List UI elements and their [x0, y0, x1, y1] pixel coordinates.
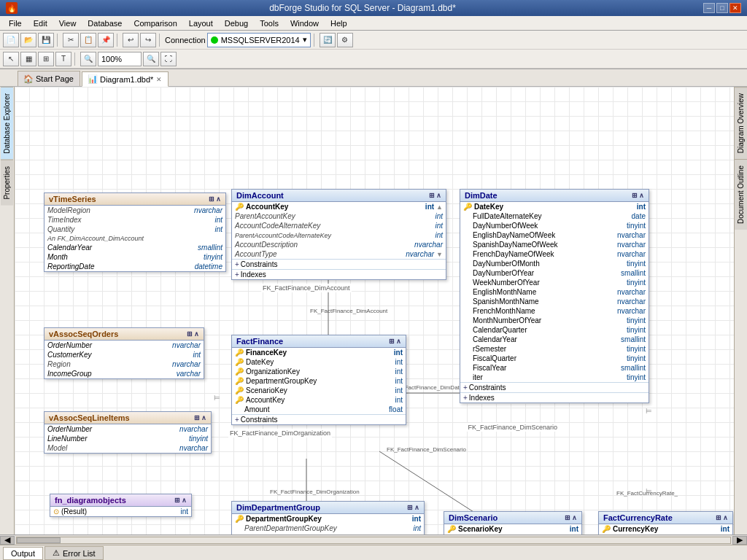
- table-DimDepartmentGroup[interactable]: DimDepartmentGroup ⊞ ∧ 🔑 DepartmentGroup…: [231, 501, 425, 534]
- table-FactCurrencyRate[interactable]: FactCurrencyRate ⊞ ∧ 🔑 CurrencyKey int D…: [598, 511, 733, 534]
- expand-icon[interactable]: ⊞: [632, 192, 638, 199]
- field-row: 🔑 DateKey int: [232, 357, 406, 367]
- menu-debug[interactable]: Debug: [219, 18, 254, 29]
- save-button[interactable]: 💾: [38, 33, 54, 47]
- minimize-button[interactable]: ─: [703, 3, 715, 13]
- menu-view[interactable]: View: [53, 18, 82, 29]
- field-row: OrderNumber nvarchar: [44, 424, 211, 434]
- tab-close-button[interactable]: ✕: [156, 76, 162, 83]
- redo-button[interactable]: ↪: [140, 33, 156, 47]
- table-vAssocSeqLineItems-header: vAssocSeqLineItems ⊞ ∧: [44, 412, 211, 424]
- new-button[interactable]: 📄: [3, 33, 19, 47]
- table-DimDate[interactable]: DimDate ⊞ ∧ 🔑 DateKey int FullDateAltern…: [460, 189, 649, 403]
- sidebar-item-properties[interactable]: Properties: [1, 160, 13, 206]
- field-row: 🔑 ScenarioKey int: [444, 524, 581, 534]
- table-fn-diagramobjects[interactable]: fn_diagramobjects ⊞ ∧ ⊙ (Result) int: [50, 494, 192, 517]
- paste-button[interactable]: 📌: [98, 33, 114, 47]
- collapse-icon[interactable]: ∧: [436, 192, 441, 199]
- diagram-tab-icon: 📊: [88, 75, 97, 84]
- collapse-icon[interactable]: ∧: [723, 514, 728, 521]
- key-icon: 🔑: [235, 377, 244, 385]
- collapse-icon[interactable]: ∧: [201, 414, 206, 421]
- table-vTimeSeries[interactable]: vTimeSeries ⊞ ∧ ModelRegion nvarchar Tim…: [44, 192, 226, 272]
- tab-output[interactable]: Output: [3, 547, 43, 560]
- field-row: An FK_DimAccount_DimAccount: [44, 234, 225, 243]
- expand-icon[interactable]: ⊞: [174, 497, 180, 504]
- collapse-icon[interactable]: ∧: [194, 330, 199, 338]
- collapse-icon[interactable]: ∧: [414, 504, 419, 511]
- collapse-icon[interactable]: ∧: [396, 338, 401, 345]
- menu-edit[interactable]: Edit: [28, 18, 53, 29]
- fit-button[interactable]: ⛶: [160, 52, 177, 66]
- table-DimAccount[interactable]: DimAccount ⊞ ∧ 🔑 AccountKey int ▲ Parent…: [231, 189, 446, 280]
- constraints-section[interactable]: + Constraints: [460, 382, 649, 392]
- tab-start-page[interactable]: 🏠 Start Page: [18, 71, 80, 86]
- link-tool[interactable]: ⊞: [38, 52, 54, 66]
- expand-icon[interactable]: ⊞: [565, 514, 570, 521]
- indexes-label: Indexes: [241, 271, 266, 279]
- zoom-level[interactable]: 100%: [98, 52, 142, 66]
- expand-icon[interactable]: ⊞: [187, 330, 193, 338]
- scroll-left-button[interactable]: ◀: [0, 536, 15, 545]
- field-row: 🔑 AccountKey int ▲: [232, 202, 446, 211]
- sidebar-item-diagram-overview[interactable]: Diagram Overview: [735, 87, 747, 159]
- copy-button[interactable]: 📋: [80, 33, 96, 47]
- menu-help[interactable]: Help: [325, 18, 353, 29]
- indexes-section[interactable]: + Indexes: [460, 392, 649, 402]
- collapse-icon[interactable]: ∧: [572, 514, 577, 521]
- tab-error-list[interactable]: ⚠ Error List: [44, 546, 104, 560]
- zoom-out-button[interactable]: 🔍: [143, 52, 159, 66]
- expand-icon[interactable]: ⊞: [194, 414, 200, 421]
- maximize-button[interactable]: □: [716, 3, 728, 13]
- field-row: Amount float: [232, 405, 406, 414]
- expand-icon[interactable]: ⊞: [716, 514, 721, 521]
- menu-comparison[interactable]: Comparison: [128, 18, 182, 29]
- constraints-section[interactable]: + Constraints: [232, 259, 446, 269]
- field-row: 🔑 DateKey int: [460, 202, 649, 211]
- menu-window[interactable]: Window: [285, 18, 325, 29]
- error-list-icon: ⚠: [53, 548, 60, 558]
- scrollbar-thumb[interactable]: [17, 537, 61, 543]
- collapse-icon[interactable]: ∧: [216, 195, 221, 203]
- field-row: FrenchMonthName nvarchar: [460, 306, 649, 316]
- scrollbar-track[interactable]: [16, 537, 731, 544]
- menu-layout[interactable]: Layout: [183, 18, 219, 29]
- DimScenario-header: DimScenario ⊞ ∧: [444, 512, 581, 524]
- zoom-in-button[interactable]: 🔍: [80, 52, 96, 66]
- sidebar-item-database-explorer[interactable]: Database Explorer: [1, 87, 13, 160]
- indexes-section[interactable]: + Indexes: [232, 269, 446, 279]
- field-row: Region nvarchar: [44, 359, 204, 369]
- horizontal-scrollbar[interactable]: ◀ ▶: [0, 534, 747, 545]
- collapse-icon[interactable]: ∧: [182, 497, 187, 504]
- close-button[interactable]: ✕: [729, 3, 741, 13]
- table-vAssocSeqOrders[interactable]: vAssocSeqOrders ⊞ ∧ OrderNumber nvarchar…: [44, 327, 204, 379]
- menu-file[interactable]: File: [3, 18, 28, 29]
- tab-output-label: Output: [11, 549, 35, 558]
- cut-button[interactable]: ✂: [63, 33, 79, 47]
- refresh-button[interactable]: 🔄: [320, 33, 336, 47]
- expand-icon[interactable]: ⊞: [389, 338, 395, 345]
- settings-button[interactable]: ⚙: [337, 33, 353, 47]
- table-tool[interactable]: ▦: [20, 52, 36, 66]
- text-tool[interactable]: T: [55, 52, 71, 66]
- collapse-icon[interactable]: ∧: [639, 192, 644, 199]
- scroll-right-button[interactable]: ▶: [732, 536, 747, 545]
- connection-label: Connection: [165, 36, 206, 44]
- pointer-tool[interactable]: ↖: [3, 52, 19, 66]
- expand-icon[interactable]: ⊞: [209, 195, 214, 203]
- menu-database[interactable]: Database: [82, 18, 128, 29]
- expand-icon[interactable]: ⊞: [407, 504, 413, 511]
- table-DimScenario[interactable]: DimScenario ⊞ ∧ 🔑 ScenarioKey int Scenar…: [444, 511, 582, 534]
- open-button[interactable]: 📂: [20, 33, 36, 47]
- menu-tools[interactable]: Tools: [254, 18, 285, 29]
- constraints-section[interactable]: + Constraints: [232, 414, 406, 424]
- table-vAssocSeqLineItems[interactable]: vAssocSeqLineItems ⊞ ∧ OrderNumber nvarc…: [44, 411, 212, 454]
- window-controls[interactable]: ─ □ ✕: [703, 3, 741, 13]
- tab-diagram[interactable]: 📊 Diagram1.dbd* ✕: [82, 71, 169, 87]
- expand-icon[interactable]: ⊞: [429, 192, 435, 199]
- connection-selector[interactable]: MSSQLSERVER2014 ▾: [207, 33, 311, 47]
- sidebar-item-document-outline[interactable]: Document Outline: [735, 159, 747, 230]
- table-FactFinance[interactable]: FactFinance ⊞ ∧ 🔑 FinanceKey int 🔑 DateK…: [231, 335, 406, 425]
- diagram-canvas[interactable]: FK_FactFinance_DimDate FK_FactFinance_Di…: [15, 87, 734, 534]
- undo-button[interactable]: ↩: [123, 33, 139, 47]
